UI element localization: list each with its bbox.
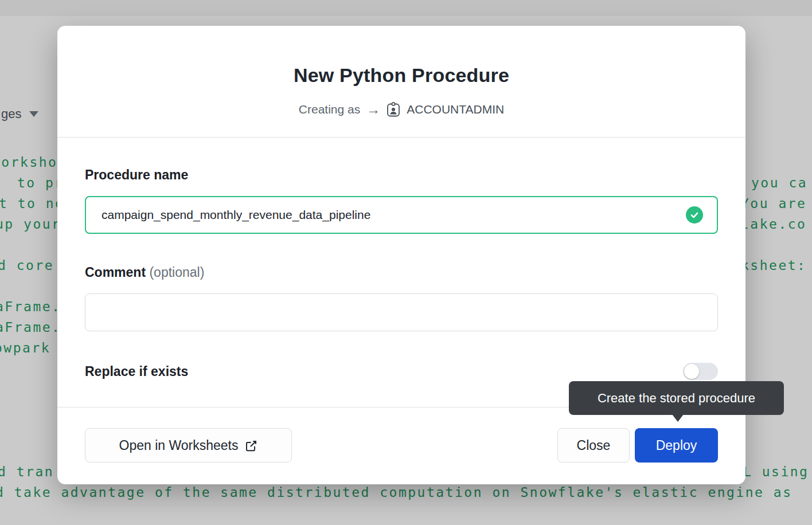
deploy-tooltip-text: Create the stored procedure <box>598 391 755 406</box>
role-badge-icon <box>387 102 400 117</box>
external-link-icon <box>245 440 257 452</box>
code-line: d core <box>0 258 54 273</box>
code-line: up your <box>0 217 61 232</box>
code-line: t to no <box>0 196 64 211</box>
open-in-worksheets-label: Open in Worksheets <box>119 438 239 453</box>
creating-as-label: Creating as <box>299 103 360 116</box>
procedure-name-field-wrap <box>85 196 718 234</box>
packages-dropdown-label: ges <box>1 107 21 122</box>
code-line: You are <box>741 196 806 211</box>
procedure-name-input[interactable] <box>85 196 718 234</box>
role-name: ACCOUNTADMIN <box>407 103 504 116</box>
code-line: lake.co <box>741 217 806 232</box>
code-line: d tran <box>0 464 54 479</box>
new-python-procedure-dialog: New Python Procedure Creating as → ACCOU… <box>57 26 745 484</box>
procedure-name-label: Procedure name <box>85 167 188 183</box>
comment-label: Comment (optional) <box>85 265 204 280</box>
replace-if-exists-toggle[interactable] <box>683 363 718 380</box>
comment-field-wrap <box>85 293 718 331</box>
deploy-tooltip: Create the stored procedure <box>569 381 784 415</box>
code-line: ksheet: <box>741 258 806 273</box>
header-divider <box>57 137 745 138</box>
toggle-knob <box>684 364 699 379</box>
comment-label-text: Comment <box>85 265 146 280</box>
code-line: Worksho <box>0 155 57 170</box>
open-in-worksheets-button[interactable]: Open in Worksheets <box>85 428 292 463</box>
comment-input[interactable] <box>85 293 718 331</box>
chevron-down-icon <box>29 111 38 117</box>
code-line: aFrame. <box>0 299 61 314</box>
comment-optional-suffix: (optional) <box>149 265 204 280</box>
code-line: owpark <box>0 340 50 355</box>
valid-check-icon <box>686 206 703 224</box>
code-line: you ca <box>751 175 807 190</box>
code-line: aFrame. <box>0 320 61 335</box>
code-line: d take advantage of the same distributed… <box>0 485 793 500</box>
packages-dropdown-fragment[interactable]: ges <box>1 107 38 122</box>
close-button[interactable]: Close <box>557 428 630 463</box>
arrow-right-icon: → <box>366 101 380 117</box>
dialog-title: New Python Procedure <box>57 64 745 87</box>
deploy-button-label: Deploy <box>656 438 697 453</box>
close-button-label: Close <box>577 438 611 453</box>
replace-if-exists-label: Replace if exists <box>85 362 188 381</box>
creating-as-row: Creating as → ACCOUNTADMIN <box>57 101 745 117</box>
deploy-button[interactable]: Deploy <box>635 428 718 463</box>
tooltip-arrow <box>672 414 684 422</box>
code-line: L using <box>743 464 809 479</box>
backdrop-top-strip <box>0 0 812 16</box>
